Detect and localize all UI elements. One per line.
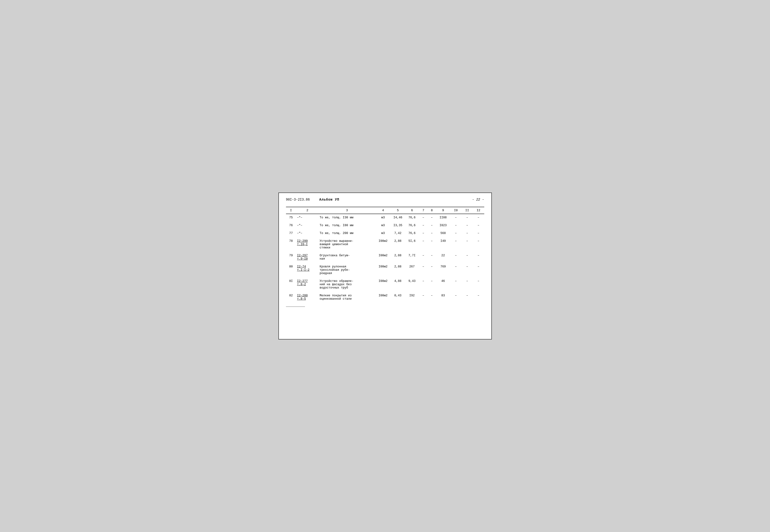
cell-5: 2,88 [391, 263, 405, 276]
cell-7: – [419, 278, 428, 291]
col-header-2: 2 [296, 207, 318, 214]
cell-11: – [461, 252, 473, 262]
cell-11: – [461, 263, 473, 276]
cell-10: – [450, 214, 461, 220]
album-label: Альбом УП [319, 198, 339, 202]
cell-8: – [428, 230, 436, 236]
table-container: I 2 3 4 5 6 7 8 9 I0 II I2 75–"–То же, т… [286, 207, 484, 302]
cell-7: – [419, 238, 428, 251]
page-number: - 22 - [472, 198, 484, 202]
cell-2: I2–277т.8–2 [296, 278, 318, 291]
col-header-10: I0 [450, 207, 461, 214]
cell-9: I023 [436, 222, 450, 228]
cell-9: 769 [436, 263, 450, 276]
cell-7: – [419, 222, 428, 228]
cell-9: 568 [436, 230, 450, 236]
cell-5: 4,88 [391, 278, 405, 291]
cell-10: – [450, 238, 461, 251]
col-header-11: II [461, 207, 473, 214]
cell-1: 77 [286, 230, 296, 236]
cell-10: – [450, 230, 461, 236]
table-row: 77–"–То же, толщ. 200 ммм37,4276,6––568–… [286, 230, 484, 236]
doc-number: 90I-3-2I3.86 [286, 198, 310, 202]
cell-7: – [419, 292, 428, 302]
cell-4: м3 [375, 230, 391, 236]
col-header-6: 6 [405, 207, 419, 214]
cell-5: 0,43 [391, 292, 405, 302]
cell-4: I00м2 [375, 263, 391, 276]
cell-4: I00м2 [375, 252, 391, 262]
cell-5: I4,46 [391, 214, 405, 220]
cell-10: – [450, 222, 461, 228]
cell-9: 46 [436, 278, 450, 291]
cell-3: То же, толщ. 200 мм [319, 230, 375, 236]
col-header-3: 3 [319, 207, 375, 214]
cell-2: I2–280т.8–5 [296, 292, 318, 302]
cell-9: 22 [436, 252, 450, 262]
table-row: 80I2–74т.I–I–2Кровля рулоннаятрехслойная… [286, 263, 484, 276]
cell-4: м3 [375, 222, 391, 228]
main-table: I 2 3 4 5 6 7 8 9 I0 II I2 75–"–То же, т… [286, 207, 484, 302]
table-row: 78I2–299т.I0–IУстройство выравни-вающей … [286, 238, 484, 251]
cell-7: – [419, 252, 428, 262]
cell-9: I49 [436, 238, 450, 251]
cell-3: Устройство выравни-вающей цементнойстяжк… [319, 238, 375, 251]
cell-1: 8I [286, 278, 296, 291]
cell-1: 82 [286, 292, 296, 302]
cell-2: I2–297т.9–I0 [296, 252, 318, 262]
cell-6: 76,6 [405, 214, 419, 220]
page-header: 90I-3-2I3.86 Альбом УП - 22 - [286, 198, 484, 202]
document-page: 90I-3-2I3.86 Альбом УП - 22 - I 2 3 4 5 … [278, 193, 492, 339]
cell-6: 9,43 [405, 278, 419, 291]
table-row: 79I2–297т.9–I0Огрунтовка битум-наяI00м22… [286, 252, 484, 262]
cell-3: Мелкие покрытия изоцинкованной стали [319, 292, 375, 302]
cell-9: II08 [436, 214, 450, 220]
cell-12: – [473, 230, 484, 236]
cell-6: I92 [405, 292, 419, 302]
cell-10: – [450, 252, 461, 262]
cell-5: 7,42 [391, 230, 405, 236]
cell-6: 5I,6 [405, 238, 419, 251]
cell-6: 76,6 [405, 222, 419, 228]
cell-3: Огрунтовка битум-ная [319, 252, 375, 262]
cell-10: – [450, 278, 461, 291]
cell-10: – [450, 292, 461, 302]
cell-7: – [419, 230, 428, 236]
cell-6: 267 [405, 263, 419, 276]
cell-12: – [473, 252, 484, 262]
col-header-5: 5 [391, 207, 405, 214]
cell-12: – [473, 214, 484, 220]
table-header-row: I 2 3 4 5 6 7 8 9 I0 II I2 [286, 207, 484, 214]
cell-5: 2,88 [391, 252, 405, 262]
cell-8: – [428, 252, 436, 262]
cell-7: – [419, 263, 428, 276]
table-row: 76–"–То же, толщ. I80 ммм3I3,3576,6––I02… [286, 222, 484, 228]
cell-1: 80 [286, 263, 296, 276]
cell-12: – [473, 278, 484, 291]
cell-2: –"– [296, 222, 318, 228]
cell-5: 2,88 [391, 238, 405, 251]
cell-5: I3,35 [391, 222, 405, 228]
cell-4: I00м2 [375, 238, 391, 251]
col-header-7: 7 [419, 207, 428, 214]
cell-4: м3 [375, 214, 391, 220]
cell-11: – [461, 238, 473, 251]
cell-1: 76 [286, 222, 296, 228]
col-header-8: 8 [428, 207, 436, 214]
cell-3: То же, толщ. I30 мм [319, 214, 375, 220]
cell-2: –"– [296, 230, 318, 236]
cell-2: –"– [296, 214, 318, 220]
cell-3: То же, толщ. I80 мм [319, 222, 375, 228]
cell-6: 7,7I [405, 252, 419, 262]
cell-4: I00м2 [375, 278, 391, 291]
cell-12: – [473, 238, 484, 251]
cell-8: – [428, 263, 436, 276]
cell-11: – [461, 222, 473, 228]
cell-8: – [428, 222, 436, 228]
cell-1: 79 [286, 252, 296, 262]
col-header-1: I [286, 207, 296, 214]
cell-8: – [428, 292, 436, 302]
cell-8: – [428, 238, 436, 251]
table-row: 82I2–280т.8–5Мелкие покрытия изоцинкован… [286, 292, 484, 302]
header-left: 90I-3-2I3.86 Альбом УП [286, 198, 339, 202]
